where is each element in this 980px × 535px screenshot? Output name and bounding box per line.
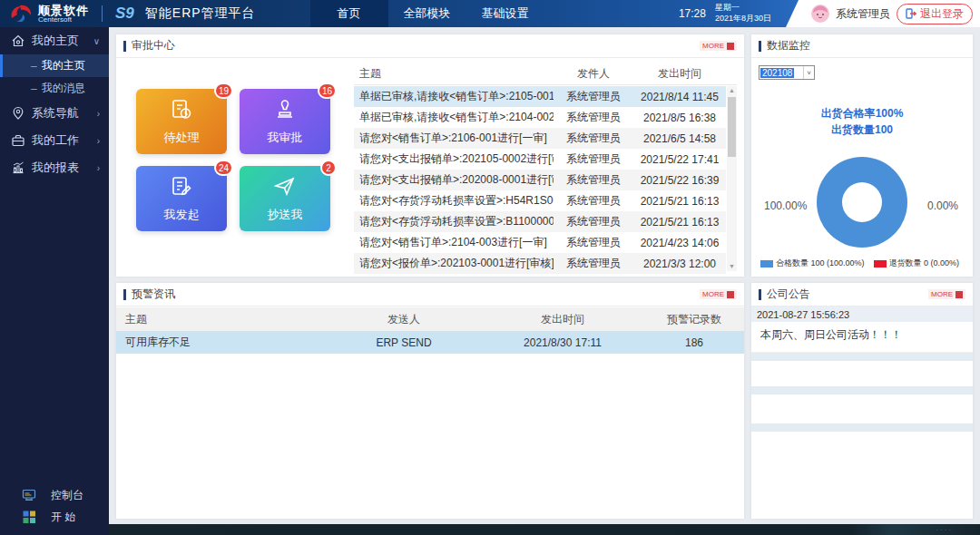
announcement-empty-slot <box>751 423 973 432</box>
row-time: 2021/8/14 11:45 <box>633 91 726 103</box>
row-subject: 请您对<支出报销单>:202008-0001进行[审核] <box>354 172 554 188</box>
sidebar-group-label: 我的工作 <box>32 132 79 149</box>
console-label: 控制台 <box>51 488 83 503</box>
title-bar-accent <box>123 289 126 300</box>
status-bar-dots: ···· <box>936 526 953 534</box>
start-label: 开 始 <box>51 510 75 525</box>
more-label: MORE <box>931 290 953 298</box>
sidebar-group-system-nav[interactable]: 系统导航 › <box>0 100 109 127</box>
announcement-empty-card <box>751 432 973 508</box>
brand-logo: 顺景软件 Centersoft S9 智能ERP管理平台 <box>0 4 256 24</box>
sidebar-group-label: 系统导航 <box>32 105 79 122</box>
row-subject: 请您对<销售订单>:2106-001进行[一审] <box>354 131 554 146</box>
legend-returned[interactable]: 退货数量 0 (0.00%) <box>874 258 960 269</box>
warning-row[interactable]: 可用库存不足ERP SEND2021/8/30 17:11186 <box>116 331 744 354</box>
approval-center-panel: 审批中心 MORE 待处理19我审批16我发起24抄送我2 主题 发件人 发出时… <box>116 34 744 277</box>
header-clock: 17:28 星期一 2021年8月30日 <box>679 3 771 24</box>
approval-rows: 单据已审核,请接收<销售订单>:2105-001系统管理员2021/8/14 1… <box>354 86 726 271</box>
sidebar-footer: 控制台 开 始 <box>0 484 109 528</box>
tile-待处理[interactable]: 待处理19 <box>136 89 227 154</box>
more-icon <box>727 291 734 298</box>
approval-row[interactable]: 请您对<报价单>:202103-0001进行[审核]系统管理员2021/3/3 … <box>354 253 726 274</box>
briefcase-icon <box>11 133 25 148</box>
scrollbar[interactable]: ▲ ▼ <box>727 86 737 271</box>
user-avatar[interactable] <box>811 5 829 23</box>
col-sender: 发件人 <box>554 66 633 82</box>
console-button[interactable]: 控制台 <box>0 484 109 506</box>
more-icon <box>956 291 963 298</box>
tile-count-badge: 2 <box>320 160 337 176</box>
nav-tab-home[interactable]: 首页 <box>310 0 388 27</box>
erp-dashboard: 顺景软件 Centersoft S9 智能ERP管理平台 首页 全部模块 基础设… <box>0 0 980 535</box>
approval-row[interactable]: 请您对<存货浮动耗损率设置>:H54R1S006002进行[审核]系统管理员20… <box>354 190 726 211</box>
logout-button[interactable]: 退出登录 <box>897 4 973 24</box>
donut-chart: 100.00% 0.00% <box>751 143 973 261</box>
logout-label: 退出登录 <box>920 6 964 22</box>
panel-title: 预警资讯 <box>132 287 175 302</box>
scroll-down-icon[interactable]: ▼ <box>727 262 737 271</box>
sidebar: 我的主页 ∨ 我的主页 我的消息 系统导航 › 我的工作 › <box>0 27 109 535</box>
period-select[interactable]: 202108 ˅ <box>759 65 815 80</box>
date-label: 2021年8月30日 <box>715 14 771 23</box>
row-sender: 系统管理员 <box>554 89 633 104</box>
approval-row[interactable]: 请您对<销售订单>:2106-001进行[一审]系统管理员2021/6/5 14… <box>354 128 726 149</box>
row-time: 2021/5/21 16:13 <box>633 195 726 208</box>
scroll-up-icon[interactable]: ▲ <box>727 86 737 95</box>
product-title: 智能ERP管理平台 <box>145 5 256 22</box>
approval-row[interactable]: 请您对<支出报销单>:202105-0002进行[审核]系统管理员2021/5/… <box>354 149 726 170</box>
approval-row[interactable]: 单据已审核,请接收<销售订单>:2104-002系统管理员2021/8/5 16… <box>354 107 726 128</box>
sidebar-group-my-reports[interactable]: 我的报表 › <box>0 154 109 181</box>
approval-table: 主题 发件人 发出时间 单据已审核,请接收<销售订单>:2105-001系统管理… <box>354 63 737 271</box>
legend-label: 退货数量 0 (0.00%) <box>889 258 960 269</box>
user-name: 系统管理员 <box>836 6 890 22</box>
warning-table: 主题 发送人 发出时间 预警记录数 可用库存不足ERP SEND2021/8/3… <box>116 307 744 354</box>
approval-row[interactable]: 请您对<存货浮动耗损率设置>:B11000001进行[审核]系统管理员2021/… <box>354 211 726 232</box>
approval-row[interactable]: 单据已审核,请接收<销售订单>:2105-001系统管理员2021/8/14 1… <box>354 86 726 107</box>
row-subject: 请您对<支出报销单>:202105-0002进行[审核] <box>354 151 554 167</box>
scrollbar-thumb[interactable] <box>728 97 736 157</box>
product-code: S9 <box>115 5 134 23</box>
announcement-empty-slot <box>751 353 973 361</box>
tile-label: 抄送我 <box>268 207 303 223</box>
announcement-date: 2021-08-27 15:56:23 <box>751 306 973 322</box>
announcement-text[interactable]: 本周六、周日公司活动！！！ <box>751 322 973 353</box>
start-grid-icon <box>22 510 36 524</box>
title-bar-accent <box>759 289 761 300</box>
main-content: 审批中心 MORE 待处理19我审批16我发起24抄送我2 主题 发件人 发出时… <box>109 27 980 535</box>
title-bar-accent <box>123 41 126 52</box>
row-sender: 系统管理员 <box>554 235 633 250</box>
nav-tab-basic-settings[interactable]: 基础设置 <box>466 0 544 27</box>
sidebar-group-my-work[interactable]: 我的工作 › <box>0 127 109 154</box>
donut-label-left: 100.00% <box>764 199 807 212</box>
chevron-right-icon: › <box>97 136 100 146</box>
console-monitor-icon <box>22 488 36 502</box>
row-time: 2021/5/22 17:41 <box>633 153 726 166</box>
row-sender: 系统管理员 <box>554 151 633 167</box>
weekday-label: 星期一 <box>715 3 740 12</box>
tile-我审批[interactable]: 我审批16 <box>240 89 330 154</box>
sidebar-item-my-messages[interactable]: 我的消息 <box>0 77 109 100</box>
logo-divider <box>102 5 103 22</box>
more-button[interactable]: MORE <box>700 289 737 299</box>
announcement-empty-slot <box>751 386 973 394</box>
sidebar-group-label: 我的报表 <box>32 160 79 176</box>
approval-row[interactable]: 请您对<销售订单>:2104-003进行[一审]系统管理员2021/4/23 1… <box>354 232 726 253</box>
tile-我发起[interactable]: 我发起24 <box>136 166 227 231</box>
sidebar-group-my-home[interactable]: 我的主页 ∨ <box>0 27 109 54</box>
tile-label: 待处理 <box>164 130 200 146</box>
more-button[interactable]: MORE <box>700 41 737 51</box>
sidebar-item-my-home[interactable]: 我的主页 <box>0 54 109 77</box>
more-icon <box>727 43 734 50</box>
legend-qualified[interactable]: 合格数量 100 (100.00%) <box>760 258 865 269</box>
approval-row[interactable]: 请您对<支出报销单>:202008-0001进行[审核]系统管理员2021/5/… <box>354 170 726 190</box>
chevron-right-icon: › <box>97 109 100 119</box>
time-display: 17:28 <box>679 7 706 20</box>
tile-抄送我[interactable]: 抄送我2 <box>240 166 330 231</box>
nav-tab-all-modules[interactable]: 全部模块 <box>388 0 466 27</box>
row-sender: 系统管理员 <box>554 193 633 209</box>
start-button[interactable]: 开 始 <box>0 506 109 528</box>
tile-label: 我审批 <box>268 130 303 146</box>
more-button[interactable]: MORE <box>928 289 965 299</box>
row-time: 2021/8/5 16:38 <box>633 112 726 124</box>
main-nav: 首页 全部模块 基础设置 <box>310 0 544 27</box>
